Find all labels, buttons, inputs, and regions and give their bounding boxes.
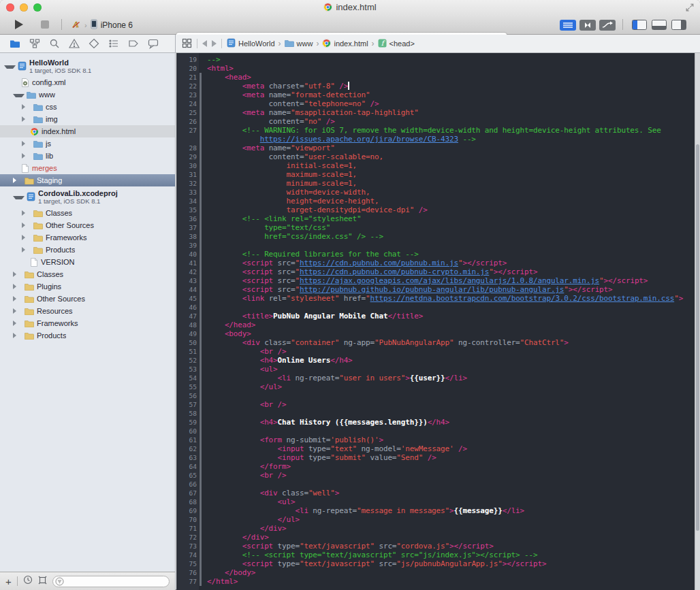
code-line-48[interactable]: 48 </head> — [176, 321, 695, 329]
line-number[interactable]: 77 — [176, 577, 200, 586]
breadcrumb-item-www[interactable]: www — [285, 39, 313, 48]
sidebar-item-other-sources[interactable]: Other Sources — [0, 219, 175, 231]
code-line-72[interactable]: 72 </div> — [176, 533, 695, 542]
sidebar-item-version[interactable]: VERSION — [0, 256, 175, 268]
run-button[interactable] — [15, 20, 23, 29]
sidebar-item-resources[interactable]: Resources — [0, 305, 175, 317]
code-line-38[interactable]: 38 href="css/index.css" /> --> — [176, 232, 695, 241]
code-line-33[interactable]: 33 width=device-width, — [176, 188, 695, 197]
code-line-53[interactable]: 53 <ul> — [176, 365, 695, 374]
code-line-61[interactable]: 61 <form ng-submit='publish()'> — [176, 436, 695, 444]
line-number[interactable]: 62 — [176, 444, 200, 453]
code-line-62[interactable]: 62 <input type="text" ng-model='newMessa… — [176, 444, 695, 453]
line-number[interactable]: 53 — [176, 365, 200, 374]
code-line-23[interactable]: 23 <meta name="format-detection" — [176, 91, 695, 99]
sidebar-item-products[interactable]: Products — [0, 329, 175, 342]
line-number[interactable]: 74 — [176, 551, 200, 559]
disclosure-closed-icon[interactable] — [22, 141, 31, 146]
code-line-74[interactable]: 74 <!-- <script type="text/javascript" s… — [176, 551, 695, 559]
line-number[interactable]: 57 — [176, 400, 200, 409]
stop-button[interactable] — [41, 20, 49, 29]
breadcrumb-item-head[interactable]: f<head> — [378, 39, 415, 49]
disclosure-closed-icon[interactable] — [13, 296, 22, 301]
related-items-icon[interactable] — [182, 38, 192, 50]
sidebar-item-css[interactable]: css — [0, 101, 175, 113]
code-line-29[interactable]: 29 content="user-scalable=no, — [176, 152, 695, 161]
code-line-50[interactable]: 50 <div class="container" ng-app="PubNub… — [176, 338, 695, 347]
line-number[interactable]: 54 — [176, 374, 200, 382]
sidebar-item-cordovalib-xcodeproj[interactable]: CordovaLib.xcodeproj1 target, iOS SDK 8.… — [0, 186, 175, 207]
code-line-45[interactable]: 45 <link rel="stylesheet" href="https://… — [176, 294, 695, 303]
disclosure-closed-icon[interactable] — [22, 235, 31, 240]
line-number[interactable]: 43 — [176, 276, 200, 285]
line-number[interactable]: 49 — [176, 329, 200, 338]
code-line-19[interactable]: 19--> — [176, 55, 695, 64]
report-navigator-icon[interactable] — [148, 38, 159, 49]
line-number[interactable]: 64 — [176, 462, 200, 471]
toggle-debug-area-button[interactable] — [652, 20, 667, 30]
line-number[interactable] — [176, 135, 200, 144]
line-number[interactable]: 21 — [176, 73, 200, 82]
code-line-39[interactable]: 39 — [176, 241, 695, 250]
code-line-34[interactable]: 34 height=device-height, — [176, 197, 695, 206]
standard-editor-button[interactable] — [560, 20, 576, 31]
sidebar-item-other-sources[interactable]: Other Sources — [0, 293, 175, 305]
code-line-43[interactable]: 43 <script src="https://ajax.googleapis.… — [176, 276, 695, 285]
source-editor[interactable]: 19-->20<html>21 <head>22 <meta charset="… — [176, 53, 700, 590]
code-line-68[interactable]: 68 <ul> — [176, 497, 695, 506]
sidebar-item-classes[interactable]: Classes — [0, 207, 175, 219]
line-number[interactable]: 67 — [176, 489, 200, 497]
disclosure-closed-icon[interactable] — [22, 104, 31, 110]
line-number[interactable]: 61 — [176, 436, 200, 444]
line-number[interactable]: 25 — [176, 108, 200, 117]
line-number[interactable]: 20 — [176, 64, 200, 73]
disclosure-open-icon[interactable] — [4, 65, 16, 69]
line-number[interactable]: 46 — [176, 303, 200, 312]
code-line-54[interactable]: 54 <li ng-repeat="user in users">{{user}… — [176, 374, 695, 382]
code-line-28[interactable]: 28 <meta name="viewport" — [176, 144, 695, 152]
code-line-21[interactable]: 21 <head> — [176, 73, 695, 82]
code-line-60[interactable]: 60 — [176, 427, 695, 436]
sidebar-item-www[interactable]: www — [0, 88, 175, 101]
disclosure-open-icon[interactable] — [13, 94, 25, 97]
version-editor-button[interactable] — [599, 20, 616, 31]
filter-input[interactable] — [52, 576, 170, 587]
line-number[interactable]: 69 — [176, 506, 200, 515]
breadcrumb-item-index-html[interactable]: index.html — [322, 39, 368, 49]
code-line-69[interactable]: 69 <li ng-repeat="message in messages">{… — [176, 506, 695, 515]
code-line-26[interactable]: 26 content="no" /> — [176, 117, 695, 126]
breakpoint-navigator-icon[interactable] — [128, 38, 139, 49]
code-line-77[interactable]: 77</html> — [176, 577, 695, 586]
code-line-70[interactable]: 70 </ul> — [176, 515, 695, 524]
line-number[interactable]: 65 — [176, 471, 200, 480]
code-line-30[interactable]: 30 initial-scale=1, — [176, 161, 695, 170]
line-number[interactable]: 27 — [176, 126, 200, 135]
test-navigator-icon[interactable] — [89, 38, 99, 49]
code-line-41[interactable]: 41 <script src="https://cdn.pubnub.com/p… — [176, 259, 695, 267]
line-number[interactable]: 42 — [176, 267, 200, 276]
code-line-71[interactable]: 71 </div> — [176, 524, 695, 533]
sidebar-item-plugins[interactable]: Plugins — [0, 280, 175, 293]
line-number[interactable]: 47 — [176, 312, 200, 321]
line-number[interactable]: 33 — [176, 188, 200, 197]
line-number[interactable]: 30 — [176, 161, 200, 170]
sidebar-item-index-html[interactable]: index.html — [0, 125, 175, 137]
code-line-27[interactable]: 27 <!-- WARNING: for iOS 7, remove the w… — [176, 126, 695, 135]
code-line-65[interactable]: 65 <br /> — [176, 471, 695, 480]
line-number[interactable]: 34 — [176, 197, 200, 206]
search-navigator-icon[interactable] — [49, 38, 60, 49]
code-line-36[interactable]: 36 <!-- <link rel="stylesheet" — [176, 214, 695, 223]
sidebar-item-frameworks[interactable]: Frameworks — [0, 231, 175, 244]
line-number[interactable]: 23 — [176, 91, 200, 99]
code-line-25[interactable]: 25 <meta name="msapplication-tap-highlig… — [176, 108, 695, 117]
disclosure-closed-icon[interactable] — [13, 272, 22, 277]
line-number[interactable]: 45 — [176, 294, 200, 303]
code-line-67[interactable]: 67 <div class="well"> — [176, 489, 695, 497]
toggle-navigator-button[interactable] — [632, 20, 647, 30]
sidebar-item-products[interactable]: Products — [0, 244, 175, 256]
line-number[interactable]: 66 — [176, 480, 200, 489]
disclosure-closed-icon[interactable] — [13, 321, 22, 326]
code-line-22[interactable]: 22 <meta charset="utf-8" /> — [176, 82, 695, 91]
code-line-51[interactable]: 51 <br /> — [176, 347, 695, 356]
code-line-76[interactable]: 76 </body> — [176, 568, 695, 577]
